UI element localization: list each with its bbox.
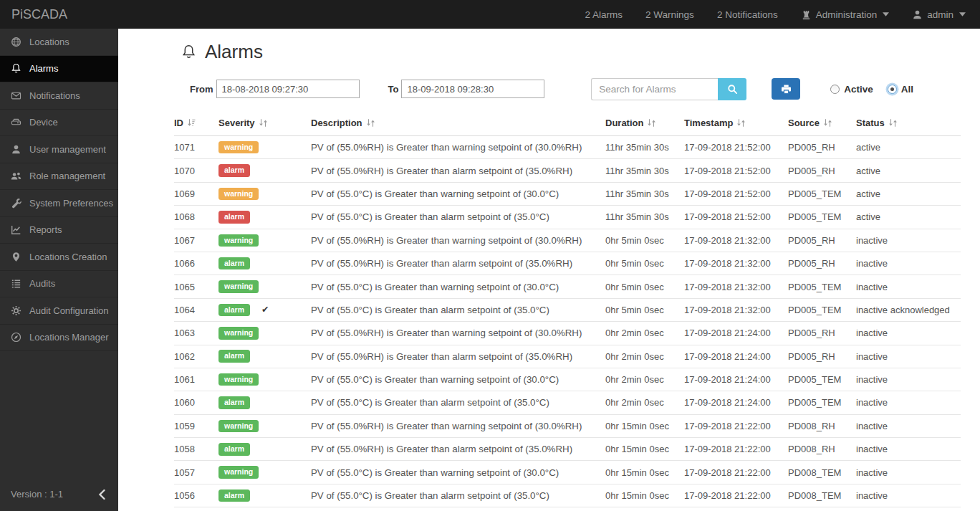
column-header-description[interactable]: Description — [311, 112, 605, 136]
alarm-id: 1071 — [174, 136, 218, 159]
column-header-source[interactable]: Source — [788, 112, 856, 136]
sidebar-item-locations[interactable]: Locations — [0, 29, 118, 56]
table-row[interactable]: 1057 warning✔ PV of (55.0°C) is Greater … — [174, 461, 961, 484]
table-row[interactable]: 1067 warning✔ PV of (55.0%RH) is Greater… — [174, 229, 961, 252]
sidebar-item-alarms[interactable]: Alarms — [0, 56, 118, 83]
alarm-description: PV of (55.0°C) is Greater than alarm set… — [311, 298, 605, 321]
table-row[interactable]: 1059 warning✔ PV of (55.0%RH) is Greater… — [174, 414, 961, 437]
alarm-id: 1070 — [174, 159, 218, 182]
table-row[interactable]: 1070 alarm✔ PV of (55.0%RH) is Greater t… — [174, 159, 961, 182]
alarm-source: PD005_TEM — [788, 298, 856, 321]
hdd-icon — [11, 117, 21, 128]
alarm-status: inactive — [856, 322, 961, 345]
column-header-severity[interactable]: Severity — [218, 112, 311, 136]
table-row[interactable]: 1065 warning✔ PV of (55.0°C) is Greater … — [174, 275, 961, 298]
alarm-description: PV of (55.0°C) is Greater than alarm set… — [311, 391, 605, 414]
radio-active[interactable] — [830, 85, 840, 94]
alarms-table: ID Severity Description Duration Timesta… — [174, 112, 961, 507]
alarm-duration: 11hr 35min 30s — [605, 182, 684, 205]
table-row[interactable]: 1069 warning✔ PV of (55.0°C) is Greater … — [174, 182, 961, 205]
severity-cell: alarm✔ — [218, 298, 311, 321]
table-row[interactable]: 1071 warning✔ PV of (55.0%RH) is Greater… — [174, 136, 961, 159]
navbar-alarms-count[interactable]: 2 Alarms — [585, 9, 623, 20]
sidebar-item-user-management[interactable]: User management — [0, 136, 118, 163]
column-header-id[interactable]: ID — [174, 112, 218, 136]
radio-option-active[interactable]: Active — [830, 84, 873, 95]
user-icon — [11, 144, 21, 155]
alarm-id: 1069 — [174, 182, 218, 205]
severity-cell: alarm✔ — [218, 252, 311, 274]
severity-badge: alarm — [218, 350, 250, 363]
administration-menu[interactable]: Administration — [801, 9, 890, 20]
user-label: admin — [927, 9, 953, 20]
alarm-source: PD008_RH — [788, 438, 856, 461]
sidebar-collapse-chevron-icon[interactable] — [98, 489, 105, 500]
alarm-id: 1062 — [174, 345, 218, 368]
users-icon — [11, 171, 21, 181]
alarm-duration: 0hr 2min 0sec — [605, 322, 684, 345]
brand-logo[interactable]: PiSCADA — [0, 7, 79, 22]
alarm-status: inactive — [856, 414, 961, 437]
table-row[interactable]: 1061 warning✔ PV of (55.0°C) is Greater … — [174, 368, 961, 391]
alarm-status: active — [856, 182, 961, 205]
severity-badge: warning — [218, 420, 259, 433]
navbar-warnings-count[interactable]: 2 Warnings — [645, 9, 694, 20]
alarm-source: PD005_RH — [788, 229, 856, 252]
table-row[interactable]: 1068 alarm✔ PV of (55.0°C) is Greater th… — [174, 206, 961, 229]
radio-all[interactable] — [888, 85, 897, 94]
user-menu[interactable]: admin — [912, 9, 966, 20]
from-date-input[interactable] — [216, 80, 360, 98]
alarm-timestamp: 17-09-2018 21:32:00 — [684, 252, 788, 274]
main-content: Alarms From To — [118, 29, 980, 511]
sidebar-item-device[interactable]: Device — [0, 110, 118, 137]
to-label: To — [388, 84, 399, 95]
column-header-status[interactable]: Status — [856, 112, 961, 136]
alarm-status: inactive — [856, 252, 961, 274]
table-row[interactable]: 1066 alarm✔ PV of (55.0%RH) is Greater t… — [174, 252, 961, 274]
print-button[interactable] — [772, 78, 800, 100]
alarm-source: PD005_RH — [788, 159, 856, 182]
column-header-label: Source — [788, 118, 820, 128]
severity-cell: alarm✔ — [218, 484, 311, 507]
table-row[interactable]: 1063 warning✔ PV of (55.0%RH) is Greater… — [174, 322, 961, 345]
radio-option-all[interactable]: All — [888, 84, 913, 95]
acknowledged-check-icon: ✔ — [261, 305, 269, 315]
table-body: 1071 warning✔ PV of (55.0%RH) is Greater… — [174, 136, 961, 507]
sidebar-item-locations-manager[interactable]: Locations Manager — [0, 325, 118, 352]
sidebar-item-reports[interactable]: Reports — [0, 217, 118, 244]
to-date-input[interactable] — [401, 80, 544, 98]
alarm-id: 1063 — [174, 322, 218, 345]
search-icon — [727, 84, 738, 95]
sidebar-item-notifications[interactable]: Notifications — [0, 82, 118, 110]
severity-cell: warning✔ — [218, 229, 311, 252]
sidebar-item-label: Audit Configuration — [29, 305, 109, 316]
navbar-notifications-count[interactable]: 2 Notifications — [717, 9, 778, 20]
search-input[interactable] — [591, 78, 718, 100]
alarm-id: 1058 — [174, 438, 218, 461]
sidebar-item-locations-creation[interactable]: Locations Creation — [0, 244, 118, 271]
sidebar-item-audit-configuration[interactable]: Audit Configuration — [0, 297, 118, 325]
column-header-timestamp[interactable]: Timestamp — [684, 112, 788, 136]
alarm-source: PD005_TEM — [788, 206, 856, 229]
severity-cell: warning✔ — [218, 136, 311, 159]
alarm-duration: 0hr 15min 0sec — [605, 461, 684, 484]
sidebar-item-role-management[interactable]: Role management — [0, 163, 118, 191]
table-row[interactable]: 1058 alarm✔ PV of (55.0%RH) is Greater t… — [174, 438, 961, 461]
table-row[interactable]: 1064 alarm✔ PV of (55.0°C) is Greater th… — [174, 298, 961, 321]
column-header-duration[interactable]: Duration — [605, 112, 684, 136]
alarm-id: 1056 — [174, 484, 218, 507]
alarm-status: inactive — [856, 461, 961, 484]
severity-badge: alarm — [218, 396, 250, 409]
search-button[interactable] — [718, 78, 746, 100]
table-row[interactable]: 1056 alarm✔ PV of (55.0°C) is Greater th… — [174, 484, 961, 507]
table-row[interactable]: 1060 alarm✔ PV of (55.0°C) is Greater th… — [174, 391, 961, 414]
alarm-description: PV of (55.0%RH) is Greater than alarm se… — [311, 159, 605, 182]
alarm-status: inactive — [856, 229, 961, 252]
table-row[interactable]: 1062 alarm✔ PV of (55.0%RH) is Greater t… — [174, 345, 961, 368]
alarm-id: 1067 — [174, 229, 218, 252]
sidebar-item-system-preferences[interactable]: System Preferences — [0, 190, 118, 217]
severity-cell: alarm✔ — [218, 159, 311, 182]
envelope-icon — [11, 90, 21, 101]
sidebar-item-audits[interactable]: Audits — [0, 271, 118, 298]
sidebar-item-label: Alarms — [29, 63, 58, 74]
